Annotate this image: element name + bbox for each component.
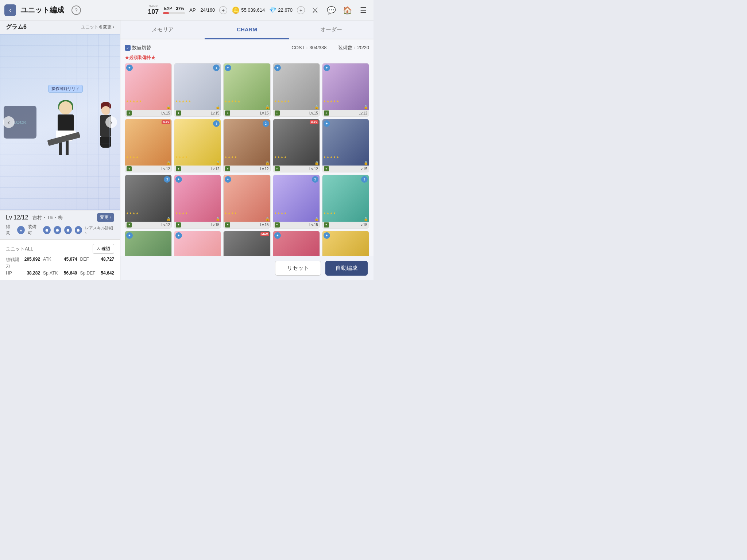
card-skill-icon: ✦ — [176, 110, 181, 116]
char-nav-left[interactable]: ‹ — [3, 116, 15, 128]
skill-equip-label: 装備可 — [28, 224, 40, 236]
menu-icon-button[interactable]: ☰ — [357, 4, 369, 16]
star-icon: ★ — [277, 100, 280, 103]
star-icon: ★ — [178, 211, 181, 215]
card-badge-icon: ✦ — [274, 232, 281, 239]
charm-card-7[interactable]: 2 ★★★★ 🔒 ✦ Lv.12 — [223, 119, 270, 172]
charm-card-15[interactable]: ✦ ★★★★ 🔒 ✦ Lv.15 — [125, 231, 172, 256]
star-icon: ★ — [178, 155, 181, 159]
filter-label: 数値切替 — [132, 44, 151, 51]
charm-card-16[interactable]: ✦ ★★★★ 🔒 ✦ Lv.15 — [174, 231, 221, 256]
back-button[interactable]: ‹ — [4, 4, 16, 16]
star-icon: ★ — [126, 100, 129, 103]
card-skill-icon: ✦ — [225, 110, 230, 116]
rename-button[interactable]: ユニット名変更 › — [81, 24, 114, 30]
card-image: ✦ ★★★★ 🔒 — [174, 175, 221, 221]
charm-card-17[interactable]: MAX ★★★★ 🔒 ✦ Lv.12 — [223, 231, 270, 256]
card-level: Lv.15 — [211, 223, 220, 227]
reset-button[interactable]: リセット — [275, 261, 321, 276]
help-button[interactable]: ? — [71, 5, 81, 15]
charm-card-12[interactable]: ✦ ★★★★ 🔒 ✦ Lv.15 — [223, 175, 270, 228]
gem-plus-button[interactable]: + — [297, 6, 305, 14]
charm-card-1[interactable]: 1 ★★★★★ 🔒 ✦ Lv.15 — [174, 63, 221, 117]
charm-card-10[interactable]: 3 ★★★★ 🔒 ✦ Lv.12 — [125, 175, 172, 228]
star-icon: ★ — [228, 155, 231, 159]
char-info: Lv 12/12 吉村・Thi・梅 変更 › 得意 ★ 装備可 ⬟ ⬟ ⬟ ⬟ … — [0, 210, 120, 239]
card-stars: ★★★★ — [274, 155, 319, 159]
charm-card-2[interactable]: ✦ ★★★★★ 🔒 ✦ Lv.15 — [223, 63, 270, 117]
tab-memoria[interactable]: メモリア — [120, 21, 205, 39]
charm-card-14[interactable]: 2 ★★★★ 🔒 ✦ Lv.15 — [322, 175, 369, 228]
charm-card-0[interactable]: ✦ ★★★★★ 🔒 ✦ Lv.15 — [125, 63, 172, 117]
star-icon: ★ — [182, 100, 185, 103]
card-skill-icon: ✦ — [324, 222, 329, 228]
charm-card-13[interactable]: 3 ★★★★ 🔒 ✦ Lv.15 — [273, 175, 320, 228]
star-icon: ★ — [326, 100, 329, 103]
charm-card-18[interactable]: ✦ ★★★★ 🔒 ✦ Lv.15 — [273, 231, 320, 256]
star-icon: ★ — [237, 100, 240, 103]
lock-icon: 🔒 — [314, 105, 319, 109]
card-image: ✦ ★★★★★ 🔒 — [273, 63, 320, 110]
card-level: Lv.15 — [161, 111, 170, 115]
charm-card-4[interactable]: ✦ ★★★★★ 🔒 ✦ Lv.12 — [322, 63, 369, 117]
coin-icon: 🪙 — [232, 6, 240, 14]
character-display: ‹ LOCK 操作可能リリィ — [0, 34, 120, 210]
charm-card-19[interactable]: ✦ ★★★★ 🔒 ✦ Lv.15 — [322, 231, 369, 256]
charm-card-5[interactable]: MAX ★★★★ 🔒 ✦ Lv.12 — [125, 119, 172, 172]
card-skill-icon: ✦ — [127, 166, 132, 171]
sprite-figure — [51, 101, 80, 160]
char-nav-right[interactable]: › — [105, 116, 117, 128]
stat-label-atk: ATK — [43, 257, 59, 269]
star-icon: ★ — [175, 100, 178, 103]
rare-skill-button[interactable]: レアスキル詳細 › — [85, 225, 114, 235]
star-icon: ★ — [224, 155, 227, 159]
card-stars: ★★★★ — [224, 155, 269, 159]
lock-icon: 🔒 — [364, 105, 368, 109]
charm-card-11[interactable]: ✦ ★★★★ 🔒 ✦ Lv.15 — [174, 175, 221, 228]
charm-card-8[interactable]: MAX ★★★★ 🔒 ✦ Lv.12 — [273, 119, 320, 172]
star-icon: ★ — [280, 155, 283, 159]
card-badge-icon: ✦ — [324, 232, 330, 239]
star-icon: ★ — [231, 211, 234, 215]
charm-card-9[interactable]: ✦ ★★★★★ 🔒 ✦ Lv.15 — [322, 119, 369, 172]
card-stars: ★★★★★ — [323, 100, 368, 103]
filter-checkbox[interactable]: ✓ — [125, 45, 131, 51]
card-image: 3 ★★★★ 🔒 — [273, 175, 320, 221]
card-skill-icon: ✦ — [127, 222, 132, 228]
charm-card-3[interactable]: ✦ ★★★★★ 🔒 ✦ Lv.15 — [273, 63, 320, 117]
star-icon: ★ — [132, 100, 135, 103]
stat-label-power: 総戦闘力 — [6, 257, 22, 269]
ap-plus-button[interactable]: + — [219, 6, 227, 14]
card-stars: ★★★★ — [224, 211, 269, 215]
card-badge-icon: ✦ — [324, 120, 330, 127]
auto-compose-button[interactable]: 自動編成 — [325, 261, 368, 276]
filter-checkbox-item[interactable]: ✓ 数値切替 — [125, 44, 151, 51]
star-icon: ★ — [126, 155, 129, 159]
star-icon: ★ — [330, 211, 333, 215]
star-icon: ★ — [129, 211, 132, 215]
card-image: ✦ ★★★★ 🔒 — [322, 231, 369, 256]
battle-icon-button[interactable]: ⚔ — [309, 4, 321, 16]
charm-card-6[interactable]: 3 ★★★★ 🔒 ✦ Lv.12 — [174, 119, 221, 172]
star-icon: ★ — [228, 211, 231, 215]
tab-order[interactable]: オーダー — [289, 21, 374, 39]
tab-charm[interactable]: CHARM — [205, 21, 289, 39]
home-icon-button[interactable]: 🏠 — [341, 4, 353, 16]
card-skill-icon: ✦ — [275, 110, 280, 116]
skill-icon-4: ⬟ — [64, 226, 72, 234]
card-level: Lv.15 — [309, 111, 318, 115]
cost-info: COST：304/338 — [291, 44, 326, 51]
exp-bar — [163, 12, 185, 14]
card-badge-icon: ✦ — [324, 65, 330, 71]
change-button[interactable]: 変更 › — [97, 213, 114, 222]
star-icon: ★ — [234, 211, 237, 215]
message-icon-button[interactable]: 💬 — [325, 4, 337, 16]
card-skill-icon: ✦ — [176, 166, 181, 171]
lock-icon: 🔒 — [216, 161, 220, 165]
confirm-button[interactable]: ∧ 確認 — [93, 244, 114, 254]
star-icon: ★ — [182, 155, 185, 159]
card-level: Lv.12 — [359, 111, 367, 115]
card-image: ✦ ★★★★ 🔒 — [125, 231, 171, 256]
coin-block: 🪙 55,039,614 — [232, 6, 265, 14]
star-icon: ★ — [274, 155, 277, 159]
